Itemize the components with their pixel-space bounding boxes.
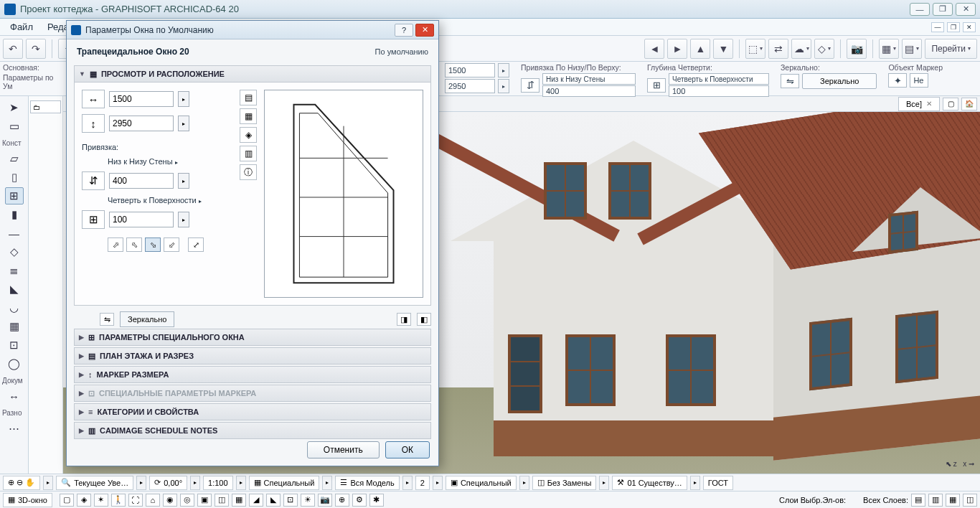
zoom-label[interactable]: 🔍 Текущее Уве… <box>56 476 133 490</box>
reveal-tri[interactable]: ▸ <box>178 212 189 227</box>
sb-a1[interactable]: ▸ <box>43 476 53 490</box>
view-mode[interactable]: ▦ 3D-окно <box>3 493 52 507</box>
section-cat-header[interactable]: ▶≡КАТЕГОРИИ И СВОЙСТВА <box>74 403 431 420</box>
dialog-help-button[interactable]: ? <box>395 24 413 37</box>
cloud-button[interactable]: ☁▾ <box>791 39 811 59</box>
qt1[interactable]: ▢ <box>60 494 74 507</box>
dialog-reveal-mode[interactable]: Четверть к Поверхности ▸ <box>82 196 232 204</box>
pv-elev[interactable]: ▤ <box>240 90 257 105</box>
close-button[interactable]: ✕ <box>956 3 976 16</box>
qt10[interactable]: ◫ <box>215 494 229 507</box>
qt11[interactable]: ▦ <box>232 494 246 507</box>
open-out-icon[interactable]: ◧ <box>417 313 431 326</box>
tab-close-icon[interactable]: ✕ <box>926 100 932 108</box>
anchor-value[interactable]: 400 <box>542 85 636 97</box>
pv-plan[interactable]: ▦ <box>240 108 257 124</box>
door-tool[interactable]: ▯ <box>5 169 24 186</box>
roof-tool[interactable]: ◣ <box>5 281 24 298</box>
group-button[interactable]: ⬚▾ <box>745 39 765 59</box>
height-tri[interactable]: ▸ <box>178 116 189 131</box>
sb-a3[interactable]: ▸ <box>190 476 200 490</box>
doc-max-button[interactable]: ❐ <box>947 22 960 32</box>
height-more[interactable]: ▸ <box>498 79 509 93</box>
goto-dropdown[interactable]: Перейти▾ <box>925 39 977 59</box>
flip-icon[interactable]: ⇋ <box>100 313 114 326</box>
sb-a4[interactable]: ▸ <box>236 476 246 490</box>
layers-b2[interactable]: ▥ <box>928 494 943 507</box>
qt12[interactable]: ◢ <box>249 494 263 507</box>
qt8[interactable]: ◎ <box>180 494 194 507</box>
status-floor[interactable]: 2 <box>415 476 430 490</box>
dialog-width-input[interactable] <box>109 91 174 107</box>
maximize-button[interactable]: ❐ <box>933 3 953 16</box>
qt14[interactable]: ⊡ <box>283 494 298 507</box>
qt4[interactable]: 🚶 <box>111 494 126 507</box>
sb-a9[interactable]: ▸ <box>599 476 609 490</box>
scale-field[interactable]: 1:100 <box>203 476 233 490</box>
qt9[interactable]: ▣ <box>197 494 212 507</box>
dim-tool[interactable]: ↔ <box>5 387 24 405</box>
status-model[interactable]: ☰ Вся Модель <box>335 476 399 490</box>
anchor-icon[interactable]: ⇵ <box>521 78 540 93</box>
link-button[interactable]: ⇄ <box>768 39 788 59</box>
sb-a8[interactable]: ▸ <box>519 476 529 490</box>
marker-icon[interactable]: ✦ <box>888 73 907 88</box>
nav-fwd[interactable]: ► <box>667 39 687 59</box>
section-marker-header[interactable]: ▶↕МАРКЕР РАЗМЕРА <box>74 366 431 383</box>
dialog-ok-button[interactable]: ОК <box>385 441 430 458</box>
nav-down[interactable]: ▼ <box>713 39 733 59</box>
qt5[interactable]: ⛶ <box>128 494 143 507</box>
doc-min-button[interactable]: — <box>931 22 944 32</box>
shape-button[interactable]: ◇▾ <box>814 39 834 59</box>
width-tri[interactable]: ▸ <box>178 91 189 107</box>
pv-info[interactable]: ⓘ <box>240 164 257 180</box>
anchor-opt-5[interactable]: ⤢ <box>188 237 204 252</box>
section-preview-header[interactable]: ▼ ▦ ПРОСМОТР И РАСПОЛОЖЕНИЕ <box>74 65 431 83</box>
section-cad-header[interactable]: ▶▥CADIMAGE SCHEDULE NOTES <box>74 422 431 439</box>
open-in-icon[interactable]: ◨ <box>397 313 411 326</box>
tab-all[interactable]: Все]✕ <box>898 97 940 111</box>
qt17[interactable]: ⊕ <box>335 494 349 507</box>
zoom-tools[interactable]: ⊕ ⊖ ✋ <box>3 476 40 490</box>
qt16[interactable]: 📷 <box>318 494 332 507</box>
qt2[interactable]: ◈ <box>77 494 91 507</box>
height-field[interactable]: 2950 <box>445 79 495 93</box>
qt13[interactable]: ◣ <box>266 494 281 507</box>
pv-3d[interactable]: ◈ <box>240 127 257 143</box>
reveal-icon[interactable]: ⊞ <box>647 78 666 93</box>
minimize-button[interactable]: — <box>910 3 930 16</box>
menu-file[interactable]: Файл <box>4 20 39 34</box>
curtain-tool[interactable]: ⊡ <box>5 337 24 354</box>
stair-tool[interactable]: ≣ <box>5 262 24 279</box>
undo-button[interactable]: ↶ <box>3 39 23 59</box>
marquee-tool[interactable]: ▭ <box>5 118 24 135</box>
reveal-mode[interactable]: Четверть к Поверхности <box>669 73 769 85</box>
width-field[interactable]: 1500 <box>445 63 495 77</box>
redo-button[interactable]: ↷ <box>26 39 46 59</box>
qt15[interactable]: ☀ <box>301 494 315 507</box>
anchor-tri[interactable]: ▸ <box>178 173 189 189</box>
angle-field[interactable]: ⟳ 0,00° <box>149 476 187 490</box>
qt19[interactable]: ✱ <box>369 494 384 507</box>
status-reno[interactable]: ⚒ 01 Существу… <box>612 476 687 490</box>
layout-button[interactable]: ▤▾ <box>902 39 922 59</box>
dialog-close-button[interactable]: ✕ <box>415 24 434 37</box>
view-switch-a[interactable]: ▢ <box>943 98 958 110</box>
qt7[interactable]: ◉ <box>163 494 177 507</box>
layers-b1[interactable]: ▤ <box>911 494 925 507</box>
status-special1[interactable]: ▦ Специальный <box>249 476 320 490</box>
wall-tool[interactable]: ▱ <box>5 150 24 167</box>
anchor-opt-2[interactable]: ⬁ <box>126 237 142 252</box>
anchor-mode[interactable]: Низ к Низу Стены <box>542 73 636 85</box>
beam-tool[interactable]: — <box>5 225 24 242</box>
misc-tool[interactable]: ⋯ <box>5 420 24 437</box>
anchor-opt-1[interactable]: ⬀ <box>108 237 123 252</box>
dialog-height-input[interactable] <box>109 116 174 131</box>
section-special-header[interactable]: ▶⊞ПАРАМЕТРЫ СПЕЦИАЛЬНОГО ОКНА <box>74 329 431 346</box>
morph-tool[interactable]: ◯ <box>5 355 24 372</box>
sb-a5[interactable]: ▸ <box>322 476 332 490</box>
dialog-anchor-mode[interactable]: Низ к Низу Стены ▸ <box>82 157 232 166</box>
width-more[interactable]: ▸ <box>498 63 509 77</box>
sb-a10[interactable]: ▸ <box>690 476 700 490</box>
anchor-opt-4[interactable]: ⬃ <box>164 237 179 252</box>
